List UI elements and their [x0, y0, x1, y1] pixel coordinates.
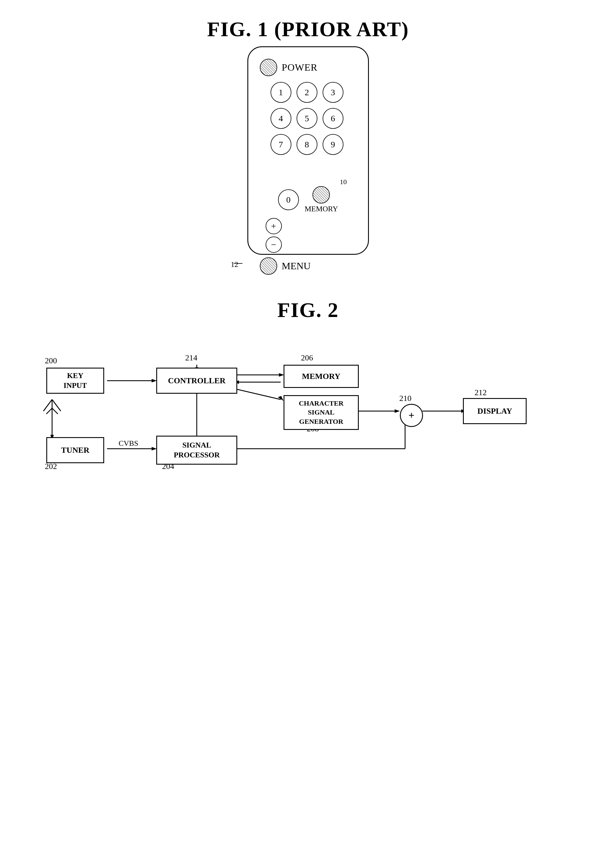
display-block: DISPLAY	[463, 398, 527, 424]
btn-9[interactable]: 9	[323, 134, 343, 155]
svg-text:212: 212	[475, 388, 487, 397]
key-input-block: KEYINPUT	[46, 368, 104, 394]
memory-block: MEMORY	[283, 365, 359, 388]
adder-circle: +	[400, 404, 423, 427]
power-button[interactable]	[260, 59, 277, 76]
memory-button[interactable]: 10	[312, 186, 330, 204]
svg-line-17	[237, 389, 281, 399]
fig2-title: FIG. 2	[0, 298, 616, 322]
ref-12-arrow	[232, 259, 244, 268]
memory-label: MEMORY	[305, 205, 338, 213]
btn-1[interactable]: 1	[271, 82, 291, 103]
number-grid: 1 2 3 4 5 6 7 8 9	[271, 82, 346, 183]
power-row: POWER	[257, 59, 359, 76]
svg-line-4	[46, 408, 52, 414]
btn-4[interactable]: 4	[271, 108, 291, 129]
power-label: POWER	[282, 62, 318, 73]
fig1-title: FIG. 1 (PRIOR ART)	[0, 18, 616, 41]
svg-text:210: 210	[399, 394, 411, 403]
plus-button[interactable]: +	[265, 218, 282, 234]
memory-group: 10 MEMORY	[305, 186, 338, 213]
diagram-svg: CVBS 200 202 204 206	[29, 333, 579, 536]
signal-processor-block: SIGNALPROCESSOR	[156, 436, 237, 465]
svg-marker-20	[395, 409, 400, 413]
block-diagram: CVBS 200 202 204 206	[29, 333, 579, 536]
plus-minus-row: + −	[257, 218, 359, 253]
btn-5[interactable]: 5	[296, 108, 317, 129]
btn-7[interactable]: 7	[271, 134, 291, 155]
btn-2[interactable]: 2	[296, 82, 317, 103]
menu-label: MENU	[282, 260, 311, 272]
svg-text:206: 206	[301, 353, 313, 362]
btn-0[interactable]: 0	[278, 189, 299, 210]
minus-button[interactable]: −	[265, 236, 282, 253]
controller-block: CONTROLLER	[156, 368, 237, 394]
char-signal-gen-block: CHARACTERSIGNALGENERATOR	[283, 395, 359, 430]
menu-row: 12 MENU	[257, 257, 359, 275]
btn-6[interactable]: 6	[323, 108, 343, 129]
svg-text:214: 214	[185, 353, 197, 362]
svg-text:200: 200	[45, 356, 57, 365]
menu-button[interactable]	[260, 257, 277, 275]
svg-marker-18	[278, 396, 283, 401]
svg-text:CVBS: CVBS	[119, 439, 138, 448]
svg-line-5	[52, 408, 58, 414]
zero-memory-row: 0 10 MEMORY	[257, 186, 359, 213]
btn-3[interactable]: 3	[323, 82, 343, 103]
ref-10-label: 10	[340, 178, 347, 186]
remote-control: POWER 1 2 3 4 5 6 7 8 9 0 10 MEMORY + − …	[247, 46, 369, 255]
tuner-block: TUNER	[46, 437, 104, 463]
btn-8[interactable]: 8	[296, 134, 317, 155]
